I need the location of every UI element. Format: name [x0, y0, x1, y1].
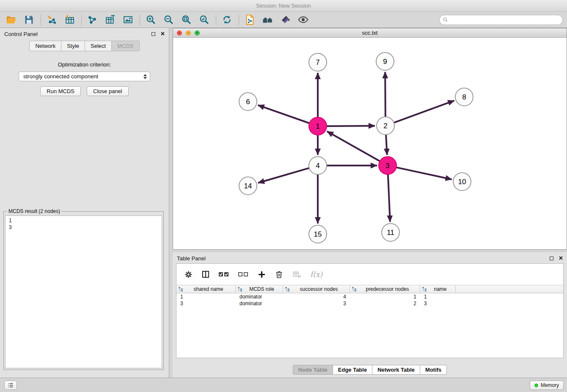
node-9[interactable]: 9 — [376, 52, 394, 70]
tab-select[interactable]: Select — [85, 41, 112, 51]
tab-network-table[interactable]: Network Table — [372, 365, 420, 375]
columns-icon[interactable] — [201, 270, 210, 279]
table-toolbar: f(x) — [176, 264, 563, 285]
node-14[interactable]: 14 — [239, 177, 257, 195]
toolbar-separator — [41, 14, 41, 25]
float-panel-icon[interactable] — [550, 257, 553, 260]
window-titlebar[interactable]: Session: New Session — [0, 0, 567, 12]
table-row[interactable]: 3dominator323 — [176, 300, 563, 307]
node-1[interactable]: 1 — [309, 117, 327, 135]
minimize-window-icon[interactable]: − — [186, 30, 191, 36]
svg-text:7: 7 — [316, 58, 319, 66]
mcds-result-text[interactable]: 1 3 — [5, 215, 162, 368]
edge-4-14[interactable] — [258, 168, 309, 183]
edge-3-11[interactable] — [388, 174, 390, 222]
run-mcds-button[interactable]: Run MCDS — [40, 86, 81, 96]
export-image-icon[interactable] — [121, 13, 135, 27]
zoom-out-icon[interactable] — [162, 13, 175, 27]
tab-mcds[interactable]: MCDS — [112, 41, 139, 51]
column-header-name[interactable]: name — [420, 285, 456, 293]
list-icon — [7, 382, 14, 389]
close-panel-icon[interactable]: × — [559, 255, 563, 261]
edge-2-3[interactable] — [386, 135, 387, 155]
delete-column-icon[interactable] — [292, 270, 302, 279]
optimization-dropdown[interactable]: strongly connected component — [19, 72, 150, 81]
main-toolbar — [0, 12, 567, 28]
edge-2-9[interactable] — [385, 72, 385, 117]
float-panel-icon[interactable] — [151, 32, 155, 36]
node-15[interactable]: 15 — [309, 225, 327, 243]
optimization-criterion-label: Optimization criterion: — [0, 61, 169, 68]
network-window-titlebar[interactable]: × − + scc.txt — [173, 28, 567, 38]
deselect-all-icon[interactable] — [238, 271, 249, 278]
svg-text:14: 14 — [244, 182, 252, 190]
table-cell: 3 — [176, 300, 236, 307]
table-cell: 3 — [283, 300, 350, 307]
node-11[interactable]: 11 — [382, 224, 399, 241]
table-panel-content: f(x) shared nameMCDS rolesuccessor nodes… — [176, 263, 564, 358]
node-3[interactable]: 3 — [379, 157, 396, 174]
table-cell: dominator — [236, 300, 283, 307]
edge-1-6[interactable] — [258, 105, 310, 123]
optimization-dropdown-value: strongly connected component — [23, 73, 98, 80]
open-session-icon[interactable] — [4, 13, 18, 27]
function-builder-icon[interactable]: f(x) — [310, 270, 322, 279]
column-header-shared-name[interactable]: shared name — [176, 285, 236, 293]
export-table-icon[interactable] — [103, 13, 117, 27]
import-network-icon[interactable] — [45, 13, 58, 27]
node-6[interactable]: 6 — [239, 93, 257, 110]
edge-1-2[interactable] — [327, 126, 375, 126]
edge-3-10[interactable] — [396, 167, 452, 179]
zoom-selected-icon[interactable] — [197, 13, 211, 27]
tab-node-table[interactable]: Node Table — [293, 365, 333, 375]
select-all-icon[interactable] — [218, 271, 229, 278]
column-header-MCDS-role[interactable]: MCDS role — [236, 285, 283, 293]
tab-motifs[interactable]: Motifs — [420, 365, 447, 375]
node-10[interactable]: 10 — [453, 173, 471, 190]
add-column-icon[interactable] — [257, 270, 266, 279]
table-cell: dominator — [236, 293, 283, 300]
search-input[interactable] — [439, 15, 563, 25]
tab-style[interactable]: Style — [61, 41, 85, 51]
style-icon[interactable] — [278, 13, 292, 27]
node-7[interactable]: 7 — [309, 53, 327, 71]
node-4[interactable]: 4 — [309, 157, 327, 174]
memory-button[interactable]: Memory — [530, 381, 564, 390]
application-window: Session: New Session — [0, 0, 567, 392]
toolbar-separator — [239, 14, 239, 25]
zoom-fit-icon[interactable] — [179, 13, 193, 27]
table-cell: 2 — [350, 300, 420, 307]
svg-text:2: 2 — [383, 122, 387, 130]
tab-network[interactable]: Network — [29, 41, 61, 51]
node-8[interactable]: 8 — [455, 88, 473, 106]
delete-icon[interactable] — [275, 270, 284, 279]
network-canvas[interactable]: 7968124314101511 — [173, 38, 567, 249]
edge-3-1[interactable] — [327, 131, 380, 161]
new-network-icon[interactable] — [85, 13, 99, 27]
import-table-icon[interactable] — [63, 13, 76, 27]
svg-text:1: 1 — [316, 122, 319, 130]
close-panel-button[interactable]: Close panel — [87, 86, 129, 96]
table-row[interactable]: 1dominator411 — [176, 293, 563, 300]
edge-2-8[interactable] — [394, 101, 454, 123]
zoom-in-icon[interactable] — [144, 13, 157, 27]
svg-text:3: 3 — [385, 162, 389, 170]
eye-icon[interactable] — [296, 13, 310, 27]
show-panels-button[interactable] — [4, 381, 17, 390]
node-2[interactable]: 2 — [377, 117, 394, 135]
network-document-icon[interactable] — [243, 13, 256, 27]
home-icon[interactable] — [261, 13, 274, 27]
column-sort-icon — [352, 287, 357, 292]
column-header-predecessor-nodes[interactable]: predecessor nodes — [350, 285, 420, 293]
gear-icon[interactable] — [184, 270, 193, 279]
apply-layout-icon[interactable] — [220, 13, 234, 27]
table-panel: Table Panel × f(x) shared nameMCDS roles… — [173, 252, 567, 378]
tab-edge-table[interactable]: Edge Table — [333, 365, 372, 375]
toolbar-separator — [81, 14, 82, 25]
maximize-window-icon[interactable]: + — [195, 30, 200, 36]
memory-button-label: Memory — [541, 382, 559, 388]
close-panel-icon[interactable]: × — [161, 31, 165, 37]
column-header-successor-nodes[interactable]: successor nodes — [283, 285, 350, 293]
close-window-icon[interactable]: × — [177, 30, 182, 36]
save-session-icon[interactable] — [22, 13, 36, 27]
